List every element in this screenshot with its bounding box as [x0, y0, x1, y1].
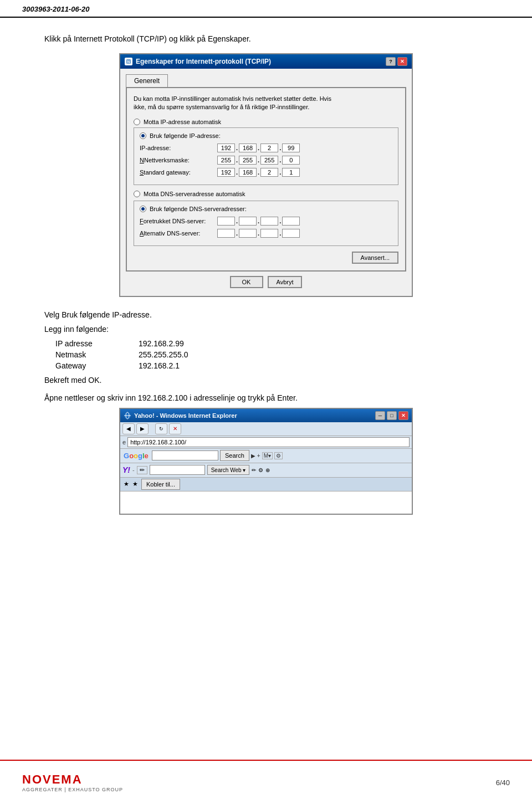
address-label: e — [122, 439, 126, 445]
ip-oct1[interactable]: 192 — [217, 144, 235, 152]
yahoo-nav-btn[interactable]: ⊕ — [265, 467, 270, 473]
step1-text: Velg Bruk følgende IP-adresse. — [44, 310, 488, 319]
radio-auto-ip-label: Motta IP-adresse automatisk — [144, 119, 221, 125]
gw-oct2[interactable]: 168 — [239, 168, 257, 177]
tab-bar: Generelt — [126, 74, 406, 87]
yahoo-settings-btn[interactable]: ⚙ — [258, 467, 263, 473]
ie-address-input[interactable]: http://192.168.2.100/ — [127, 437, 410, 447]
settings-btn[interactable]: ⚙ — [274, 452, 283, 459]
info-text: Du kan motta IP-innstillinger automatisk… — [134, 95, 398, 112]
ie-screenshot: Yahoo! - Windows Internet Explorer ─ □ ✕… — [119, 408, 413, 515]
ip-oct3[interactable]: 2 — [260, 144, 278, 152]
mail-btn[interactable]: M▾ — [262, 452, 273, 459]
gateway-label: Standard gateway: — [140, 169, 217, 176]
fav-star1: ★ — [124, 480, 129, 488]
pencil-btn[interactable]: ✏ — [137, 466, 147, 474]
cancel-button[interactable]: Avbryt — [268, 276, 303, 288]
ie-title: Yahoo! - Windows Internet Explorer — [134, 412, 237, 419]
adns-oct2[interactable] — [239, 229, 257, 238]
dialog-icon: N — [125, 58, 132, 65]
google-search-btn[interactable]: Search — [220, 450, 249, 461]
adns-oct4[interactable] — [282, 229, 300, 238]
ie-nav-toolbar: ◀ ▶ ↻ ✕ — [120, 422, 412, 436]
radio-use-ip-circle — [140, 132, 146, 139]
gw-oct4[interactable]: 1 — [282, 168, 300, 177]
step3-text: Bekreft med OK. — [44, 376, 488, 385]
radio-use-ip-label: Bruk følgende IP-adresse: — [150, 132, 221, 139]
gateway-row: Standard gateway: 192 . 168 . 2 . 1 — [140, 168, 392, 177]
page-number: 6/40 — [496, 779, 510, 787]
ie-titlebar: Yahoo! - Windows Internet Explorer ─ □ ✕ — [120, 409, 412, 422]
search-web-btn[interactable]: Search Web ▾ — [207, 465, 250, 475]
ie-refresh-btn[interactable]: ↻ — [155, 423, 167, 434]
dialog-buttons: Avansert... — [134, 252, 398, 264]
tab-generelt[interactable]: Generelt — [126, 74, 168, 87]
dns-section: Motta DNS-serveradresse automatisk Bruk … — [134, 191, 398, 246]
radio-auto-ip[interactable]: Motta IP-adresse automatisk — [134, 119, 398, 125]
dialog-title: Egenskaper for Internett-protokoll (TCP/… — [136, 58, 271, 65]
ip-oct2[interactable]: 168 — [239, 144, 257, 152]
pdns-oct4[interactable] — [282, 217, 300, 226]
yahoo-search-input[interactable] — [150, 465, 205, 475]
pdns-oct3[interactable] — [260, 217, 278, 226]
ip-oct4[interactable]: 99 — [282, 144, 300, 152]
google-search-input[interactable] — [152, 450, 218, 460]
page-footer: NOVEMA AGGREGATER | EXHAUSTO GROUP 6/40 — [0, 760, 532, 804]
dialog-panel: Du kan motta IP-innstillinger automatisk… — [126, 87, 406, 272]
dialog-ok-cancel: OK Avbryt — [126, 272, 406, 290]
yahoo-edit-btn[interactable]: ✏ — [252, 467, 256, 473]
radio-use-dns-circle — [140, 206, 146, 212]
net-gw-value: 192.168.2.1 — [139, 361, 180, 370]
preferred-dns-row: Foretrukket DNS-server: . . . — [140, 217, 392, 226]
help-button[interactable]: ? — [386, 57, 396, 66]
nm-oct1[interactable]: 255 — [217, 156, 235, 165]
pdns-oct2[interactable] — [239, 217, 257, 226]
titlebar-controls: ? ✕ — [386, 57, 407, 66]
ie-forward-btn[interactable]: ▶ — [136, 423, 149, 434]
netmask-value-fields: 255 . 255 . 255 . 0 — [217, 156, 300, 165]
preferred-dns-fields: . . . — [217, 217, 300, 226]
step2-text: Legg inn følgende: — [44, 325, 488, 334]
alt-dns-fields: . . . — [217, 229, 300, 238]
svg-text:Google: Google — [124, 452, 149, 460]
nm-oct2[interactable]: 255 — [239, 156, 257, 165]
ie-minimize-btn[interactable]: ─ — [375, 411, 385, 420]
radio-use-ip[interactable]: Bruk følgende IP-adresse: — [140, 132, 392, 139]
net-nm-value: 255.255.255.0 — [139, 350, 188, 359]
nm-oct4[interactable]: 0 — [282, 156, 300, 165]
ie-close-btn[interactable]: ✕ — [398, 411, 408, 420]
adns-oct1[interactable] — [217, 229, 235, 238]
ie-stop-btn[interactable]: ✕ — [169, 423, 181, 434]
dialog-titlebar: N Egenskaper for Internett-protokoll (TC… — [120, 54, 412, 69]
gw-oct3[interactable]: 2 — [260, 168, 278, 177]
adns-oct3[interactable] — [260, 229, 278, 238]
ie-maximize-btn[interactable]: □ — [387, 411, 397, 420]
pdns-oct1[interactable] — [217, 217, 235, 226]
alt-dns-row: Alternativ DNS-server: . . . — [140, 229, 392, 238]
google-logo: Google — [122, 450, 150, 460]
net-gw-row: Gateway 192.168.2.1 — [55, 361, 488, 370]
advanced-button[interactable]: Avansert... — [352, 252, 398, 264]
netmask-row: NNettverksmaske:Nettverksmaske: 255 . 25… — [140, 156, 392, 165]
dialog-body: Generelt Du kan motta IP-innstillinger a… — [120, 69, 412, 296]
kobler-til-btn[interactable]: Kobler til... — [141, 479, 180, 490]
ip-value-fields: 192 . 168 . 2 . 99 — [217, 144, 300, 152]
intro-text: Klikk på Internett Protokoll (TCP/IP) og… — [44, 34, 488, 43]
main-content: Klikk på Internett Protokoll (TCP/IP) og… — [0, 18, 532, 559]
net-ip-row: IP adresse 192.168.2.99 — [55, 339, 488, 348]
brand-sub: AGGREGATER | EXHAUSTO GROUP — [22, 787, 123, 792]
yahoo-toolbar: Y! - ✏ Search Web ▾ ✏ ⚙ ⊕ — [120, 463, 412, 478]
net-nm-label: Netmask — [55, 350, 122, 359]
close-button[interactable]: ✕ — [397, 57, 407, 66]
doc-id: 3003963-2011-06-20 — [22, 5, 89, 13]
radio-use-dns[interactable]: Bruk følgende DNS-serveradresser: — [140, 206, 392, 212]
ie-titlebar-left: Yahoo! - Windows Internet Explorer — [124, 412, 237, 419]
radio-auto-dns-circle — [134, 191, 140, 197]
ok-button[interactable]: OK — [230, 276, 263, 288]
gw-oct1[interactable]: 192 — [217, 168, 235, 177]
radio-auto-dns[interactable]: Motta DNS-serveradresse automatisk — [134, 191, 398, 197]
nm-oct3[interactable]: 255 — [260, 156, 278, 165]
page-header: 3003963-2011-06-20 — [0, 0, 532, 18]
svg-text:N: N — [127, 60, 130, 64]
ie-back-btn[interactable]: ◀ — [122, 423, 135, 434]
